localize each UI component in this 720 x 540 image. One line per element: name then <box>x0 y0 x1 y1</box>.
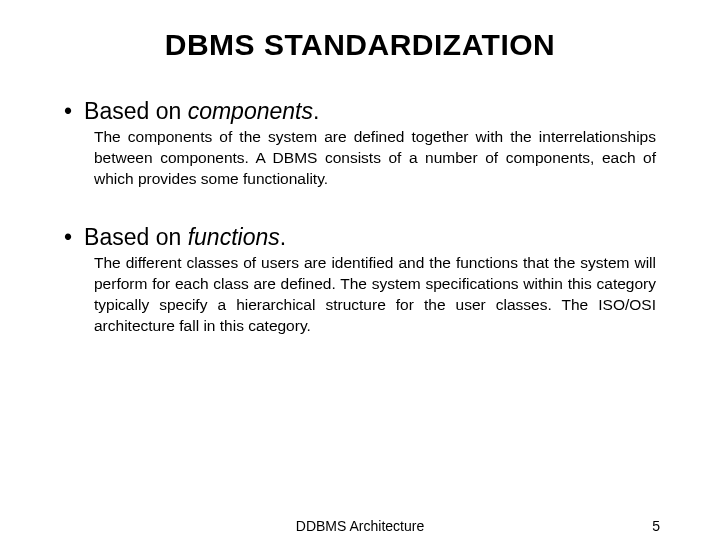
footer-center-text: DDBMS Architecture <box>296 518 424 534</box>
bullet-icon: • <box>64 224 72 251</box>
heading-text: Based on components. <box>84 98 319 125</box>
bullet-item: • Based on components. The components of… <box>60 98 660 190</box>
page-number: 5 <box>652 518 660 534</box>
heading-prefix: Based on <box>84 98 188 124</box>
heading-em: functions <box>188 224 280 250</box>
heading-suffix: . <box>313 98 319 124</box>
heading-text: Based on functions. <box>84 224 286 251</box>
body-text: The components of the system are defined… <box>94 127 656 190</box>
heading-em: components <box>188 98 313 124</box>
bullet-heading: • Based on functions. <box>64 224 660 251</box>
heading-prefix: Based on <box>84 224 188 250</box>
body-text: The different classes of users are ident… <box>94 253 656 337</box>
bullet-heading: • Based on components. <box>64 98 660 125</box>
heading-suffix: . <box>280 224 286 250</box>
slide-title: DBMS STANDARDIZATION <box>60 28 660 62</box>
bullet-item: • Based on functions. The different clas… <box>60 224 660 337</box>
bullet-icon: • <box>64 98 72 125</box>
